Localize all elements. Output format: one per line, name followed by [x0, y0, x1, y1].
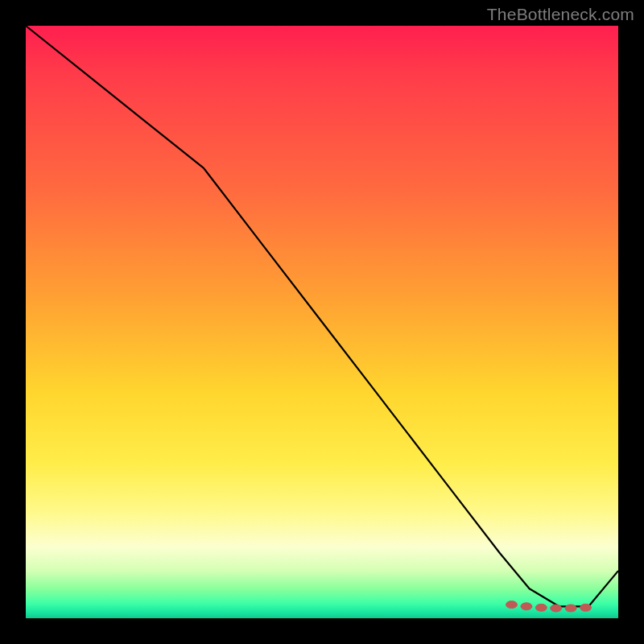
optimal-dot-icon: [521, 603, 532, 610]
optimal-dot-icon: [580, 604, 592, 611]
optimal-dot-icon: [506, 601, 518, 609]
optimal-dot-icon: [535, 604, 547, 611]
curve-layer: [26, 26, 618, 618]
plot-area: [26, 26, 618, 618]
chart-stage: TheBottleneck.com: [0, 0, 644, 644]
bottleneck-curve-line: [26, 26, 618, 606]
watermark-text: TheBottleneck.com: [487, 5, 634, 24]
optimal-dot-icon: [565, 605, 576, 612]
optimal-dot-icon: [551, 605, 562, 612]
